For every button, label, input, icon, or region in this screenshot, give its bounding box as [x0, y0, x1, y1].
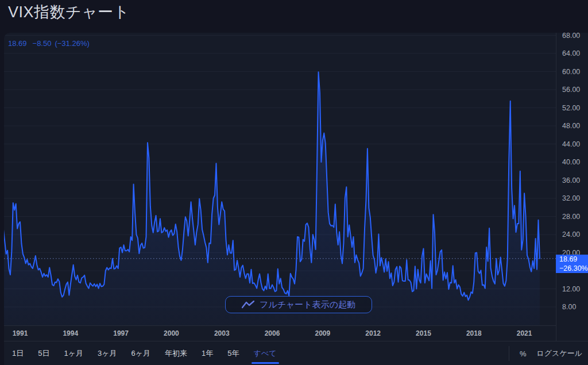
price-scale-label: 12.00: [562, 285, 580, 294]
launch-full-chart-button[interactable]: フルチャート表示の起動: [225, 296, 372, 313]
current-price-percent: −26.30%: [559, 264, 588, 273]
scale-buttons-group: % ログスケール: [509, 341, 582, 365]
line-chart-icon: [242, 301, 254, 309]
time-scale-label: 2018: [466, 329, 482, 337]
range-button-1mo[interactable]: 1ヶ月: [63, 347, 84, 360]
time-scale-label: 1997: [113, 329, 129, 337]
price-scale-label: 64.00: [562, 49, 580, 58]
range-button-all[interactable]: すべて: [253, 347, 277, 360]
price-scale-label: 68.00: [562, 33, 580, 40]
page-title: VIX指数チャート: [8, 2, 130, 22]
time-scale-label: 2006: [265, 329, 280, 337]
price-scale-label: 48.00: [562, 121, 580, 130]
range-button-1d[interactable]: 1日: [11, 347, 24, 360]
quote-row: 18.69 −8.50 (−31.26%): [8, 39, 90, 48]
price-scale-label: 56.00: [562, 85, 580, 94]
time-scale-label: 2012: [365, 329, 381, 337]
price-scale-label: 32.00: [562, 194, 580, 203]
range-button-6mo[interactable]: 6ヶ月: [131, 347, 152, 360]
time-scale[interactable]: 1991199419972000200320062009201220152018…: [4, 325, 556, 341]
price-scale-label: 52.00: [562, 103, 580, 113]
price-scale-label: 24.00: [562, 230, 580, 239]
price-scale-label: 60.00: [562, 67, 580, 76]
chart-plot-area[interactable]: フルチャート表示の起動: [4, 33, 556, 325]
price-scale-label: 40.00: [562, 157, 580, 167]
price-scale[interactable]: 68.0064.0060.0056.0052.0048.0044.0040.00…: [556, 33, 588, 325]
quote-change: −8.50: [33, 39, 52, 48]
range-button-1y[interactable]: 1年: [201, 347, 214, 360]
log-scale-button[interactable]: ログスケール: [536, 348, 582, 359]
time-scale-label: 1994: [63, 329, 78, 337]
range-button-ytd[interactable]: 年初来: [164, 347, 188, 360]
vix-area-chart[interactable]: [4, 33, 556, 325]
range-button-5d[interactable]: 5日: [37, 347, 50, 360]
price-scale-label: 8.00: [562, 302, 576, 312]
time-scale-label: 2021: [517, 329, 532, 337]
toolbar-divider: [509, 346, 509, 361]
current-price-badge: 18.69 −26.30%: [556, 255, 588, 273]
percent-scale-button[interactable]: %: [520, 349, 527, 358]
quote-change-percent: (−31.26%): [55, 39, 89, 48]
price-scale-label: 28.00: [562, 212, 580, 221]
range-toolbar: 1日5日1ヶ月3ヶ月6ヶ月年初来1年5年すべて % ログスケール: [4, 341, 588, 365]
launch-full-chart-label: フルチャート表示の起動: [260, 299, 355, 310]
range-button-3mo[interactable]: 3ヶ月: [97, 347, 118, 360]
chart-widget-card: 18.69 −8.50 (−31.26%) フルチャート表示の起動 68.006…: [4, 33, 588, 365]
time-scale-label: 1991: [13, 329, 28, 337]
price-scale-label: 44.00: [562, 140, 580, 149]
time-scale-label: 2003: [214, 329, 230, 337]
range-button-5y[interactable]: 5年: [227, 347, 239, 360]
current-price-value: 18.69: [559, 255, 588, 264]
range-buttons-group: 1日5日1ヶ月3ヶ月6ヶ月年初来1年5年すべて: [11, 347, 291, 360]
price-scale-label: 36.00: [562, 176, 580, 185]
time-scale-label: 2009: [315, 329, 331, 337]
time-scale-label: 2000: [164, 329, 179, 337]
time-scale-label: 2015: [416, 329, 431, 337]
vix-price-line: [4, 72, 540, 300]
quote-last-price: 18.69: [8, 39, 27, 48]
